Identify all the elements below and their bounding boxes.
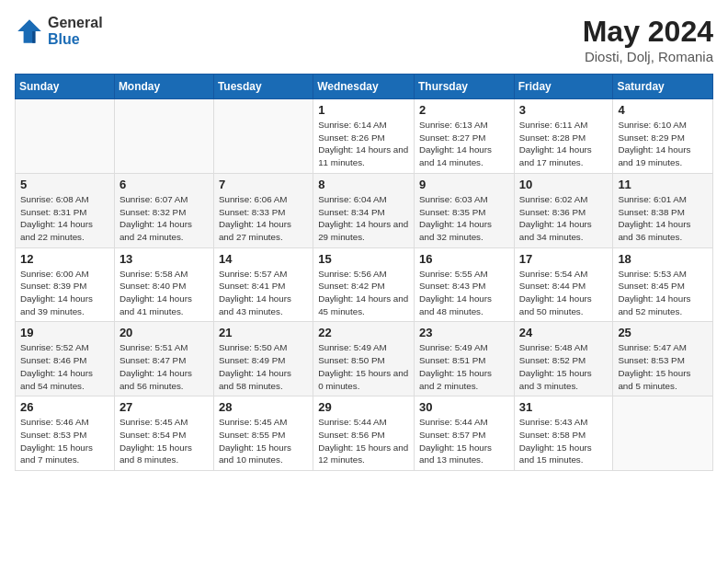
day-info: Sunrise: 5:53 AM Sunset: 8:45 PM Dayligh… bbox=[618, 268, 708, 318]
day-info: Sunrise: 5:56 AM Sunset: 8:42 PM Dayligh… bbox=[318, 268, 409, 318]
day-cell: 13Sunrise: 5:58 AM Sunset: 8:40 PM Dayli… bbox=[114, 247, 213, 322]
day-header-monday: Monday bbox=[114, 75, 213, 99]
day-number: 29 bbox=[318, 400, 409, 414]
day-cell: 8Sunrise: 6:04 AM Sunset: 8:34 PM Daylig… bbox=[313, 173, 415, 247]
day-number: 3 bbox=[519, 103, 609, 117]
day-number: 23 bbox=[419, 326, 509, 339]
day-number: 26 bbox=[20, 400, 109, 414]
day-info: Sunrise: 6:00 AM Sunset: 8:39 PM Dayligh… bbox=[20, 268, 109, 318]
day-info: Sunrise: 6:14 AM Sunset: 8:26 PM Dayligh… bbox=[318, 119, 409, 169]
day-cell: 12Sunrise: 6:00 AM Sunset: 8:39 PM Dayli… bbox=[16, 247, 115, 322]
day-info: Sunrise: 6:13 AM Sunset: 8:27 PM Dayligh… bbox=[419, 119, 509, 169]
day-number: 6 bbox=[119, 178, 209, 191]
day-cell bbox=[16, 99, 115, 174]
day-cell: 20Sunrise: 5:51 AM Sunset: 8:47 PM Dayli… bbox=[114, 322, 213, 396]
day-number: 8 bbox=[318, 178, 409, 191]
day-number: 27 bbox=[119, 400, 209, 414]
logo-general: General bbox=[48, 15, 103, 31]
day-cell: 4Sunrise: 6:10 AM Sunset: 8:29 PM Daylig… bbox=[613, 99, 713, 174]
title-block: May 2024 Diosti, Dolj, Romania bbox=[583, 15, 713, 64]
day-header-saturday: Saturday bbox=[613, 75, 713, 99]
day-cell: 1Sunrise: 6:14 AM Sunset: 8:26 PM Daylig… bbox=[313, 99, 415, 174]
day-cell: 5Sunrise: 6:08 AM Sunset: 8:31 PM Daylig… bbox=[16, 173, 115, 247]
day-number: 20 bbox=[119, 326, 209, 339]
day-cell: 14Sunrise: 5:57 AM Sunset: 8:41 PM Dayli… bbox=[213, 247, 313, 322]
day-cell: 16Sunrise: 5:55 AM Sunset: 8:43 PM Dayli… bbox=[415, 247, 515, 322]
day-info: Sunrise: 5:45 AM Sunset: 8:54 PM Dayligh… bbox=[119, 416, 209, 466]
day-info: Sunrise: 5:46 AM Sunset: 8:53 PM Dayligh… bbox=[20, 416, 109, 466]
day-number: 14 bbox=[219, 252, 308, 266]
day-info: Sunrise: 5:49 AM Sunset: 8:50 PM Dayligh… bbox=[318, 341, 409, 392]
day-cell: 2Sunrise: 6:13 AM Sunset: 8:27 PM Daylig… bbox=[415, 99, 515, 174]
day-info: Sunrise: 6:02 AM Sunset: 8:36 PM Dayligh… bbox=[519, 193, 609, 244]
day-header-wednesday: Wednesday bbox=[313, 75, 415, 99]
day-cell: 31Sunrise: 5:43 AM Sunset: 8:58 PM Dayli… bbox=[514, 396, 613, 471]
day-cell: 17Sunrise: 5:54 AM Sunset: 8:44 PM Dayli… bbox=[514, 247, 613, 322]
day-header-sunday: Sunday bbox=[16, 75, 115, 99]
day-info: Sunrise: 5:43 AM Sunset: 8:58 PM Dayligh… bbox=[519, 416, 609, 466]
day-cell: 15Sunrise: 5:56 AM Sunset: 8:42 PM Dayli… bbox=[313, 247, 415, 322]
day-number: 18 bbox=[618, 252, 708, 266]
day-info: Sunrise: 5:57 AM Sunset: 8:41 PM Dayligh… bbox=[219, 268, 308, 318]
day-info: Sunrise: 6:11 AM Sunset: 8:28 PM Dayligh… bbox=[519, 119, 609, 169]
day-cell: 19Sunrise: 5:52 AM Sunset: 8:46 PM Dayli… bbox=[16, 322, 115, 396]
svg-marker-0 bbox=[17, 19, 41, 43]
logo: General Blue bbox=[15, 15, 103, 47]
week-row-3: 12Sunrise: 6:00 AM Sunset: 8:39 PM Dayli… bbox=[16, 247, 713, 322]
day-number: 9 bbox=[419, 178, 509, 191]
day-number: 17 bbox=[519, 252, 609, 266]
day-info: Sunrise: 5:44 AM Sunset: 8:57 PM Dayligh… bbox=[419, 416, 509, 466]
day-info: Sunrise: 5:44 AM Sunset: 8:56 PM Dayligh… bbox=[318, 416, 409, 466]
day-number: 30 bbox=[419, 400, 509, 414]
logo-icon bbox=[15, 17, 44, 46]
title-location: Diosti, Dolj, Romania bbox=[583, 49, 713, 64]
day-number: 16 bbox=[419, 252, 509, 266]
day-cell bbox=[613, 396, 713, 471]
day-cell: 23Sunrise: 5:49 AM Sunset: 8:51 PM Dayli… bbox=[415, 322, 515, 396]
day-info: Sunrise: 6:08 AM Sunset: 8:31 PM Dayligh… bbox=[20, 193, 109, 244]
day-number: 25 bbox=[618, 326, 708, 339]
week-row-5: 26Sunrise: 5:46 AM Sunset: 8:53 PM Dayli… bbox=[16, 396, 713, 471]
logo-text: General Blue bbox=[48, 15, 103, 47]
day-info: Sunrise: 5:55 AM Sunset: 8:43 PM Dayligh… bbox=[419, 268, 509, 318]
week-row-4: 19Sunrise: 5:52 AM Sunset: 8:46 PM Dayli… bbox=[16, 322, 713, 396]
day-header-thursday: Thursday bbox=[415, 75, 515, 99]
day-cell: 29Sunrise: 5:44 AM Sunset: 8:56 PM Dayli… bbox=[313, 396, 415, 471]
day-number: 31 bbox=[519, 400, 609, 414]
day-cell: 3Sunrise: 6:11 AM Sunset: 8:28 PM Daylig… bbox=[514, 99, 613, 174]
day-cell bbox=[213, 99, 313, 174]
day-cell: 6Sunrise: 6:07 AM Sunset: 8:32 PM Daylig… bbox=[114, 173, 213, 247]
day-number: 11 bbox=[618, 178, 708, 191]
calendar: SundayMondayTuesdayWednesdayThursdayFrid… bbox=[15, 74, 713, 471]
day-cell bbox=[114, 99, 213, 174]
day-number: 1 bbox=[318, 103, 409, 117]
day-info: Sunrise: 5:52 AM Sunset: 8:46 PM Dayligh… bbox=[20, 341, 109, 392]
day-info: Sunrise: 6:03 AM Sunset: 8:35 PM Dayligh… bbox=[419, 193, 509, 244]
day-cell: 18Sunrise: 5:53 AM Sunset: 8:45 PM Dayli… bbox=[613, 247, 713, 322]
day-number: 19 bbox=[20, 326, 109, 339]
title-month: May 2024 bbox=[583, 15, 713, 49]
logo-blue: Blue bbox=[48, 31, 103, 48]
day-info: Sunrise: 6:06 AM Sunset: 8:33 PM Dayligh… bbox=[219, 193, 308, 244]
day-info: Sunrise: 5:54 AM Sunset: 8:44 PM Dayligh… bbox=[519, 268, 609, 318]
day-info: Sunrise: 5:49 AM Sunset: 8:51 PM Dayligh… bbox=[419, 341, 509, 392]
day-number: 22 bbox=[318, 326, 409, 339]
day-info: Sunrise: 6:01 AM Sunset: 8:38 PM Dayligh… bbox=[618, 193, 708, 244]
day-cell: 11Sunrise: 6:01 AM Sunset: 8:38 PM Dayli… bbox=[613, 173, 713, 247]
day-number: 5 bbox=[20, 178, 109, 191]
day-info: Sunrise: 6:04 AM Sunset: 8:34 PM Dayligh… bbox=[318, 193, 409, 244]
day-info: Sunrise: 5:50 AM Sunset: 8:49 PM Dayligh… bbox=[219, 341, 308, 392]
day-number: 12 bbox=[20, 252, 109, 266]
day-info: Sunrise: 5:58 AM Sunset: 8:40 PM Dayligh… bbox=[119, 268, 209, 318]
day-number: 4 bbox=[618, 103, 708, 117]
day-cell: 28Sunrise: 5:45 AM Sunset: 8:55 PM Dayli… bbox=[213, 396, 313, 471]
week-row-1: 1Sunrise: 6:14 AM Sunset: 8:26 PM Daylig… bbox=[16, 99, 713, 174]
day-info: Sunrise: 5:45 AM Sunset: 8:55 PM Dayligh… bbox=[219, 416, 308, 466]
day-number: 24 bbox=[519, 326, 609, 339]
day-cell: 24Sunrise: 5:48 AM Sunset: 8:52 PM Dayli… bbox=[514, 322, 613, 396]
day-number: 28 bbox=[219, 400, 308, 414]
day-number: 21 bbox=[219, 326, 308, 339]
day-header-tuesday: Tuesday bbox=[213, 75, 313, 99]
day-info: Sunrise: 5:47 AM Sunset: 8:53 PM Dayligh… bbox=[618, 341, 708, 392]
day-cell: 22Sunrise: 5:49 AM Sunset: 8:50 PM Dayli… bbox=[313, 322, 415, 396]
